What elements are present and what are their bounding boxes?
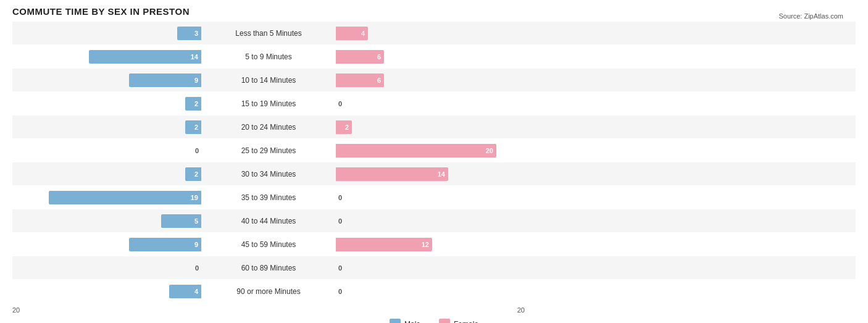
left-section: 19	[12, 191, 204, 204]
male-value: 0	[186, 264, 199, 272]
chart-row: 4 90 or more Minutes 0	[12, 280, 856, 303]
right-section: 0	[333, 191, 525, 204]
chart-row: 9 45 to 59 Minutes 12	[12, 233, 856, 256]
female-bar-wrap: 12	[336, 238, 515, 251]
female-value: 0	[338, 288, 351, 295]
female-value: 0	[338, 194, 351, 201]
male-bar: 3	[177, 27, 201, 40]
left-section: 9	[12, 238, 204, 251]
row-label: 60 to 89 Minutes	[204, 264, 333, 272]
right-section: 0	[333, 97, 525, 111]
male-bar-wrap: 9	[22, 73, 201, 87]
female-bar: 14	[336, 167, 448, 181]
left-section: 2	[12, 97, 204, 111]
female-bar-label: 6	[374, 53, 384, 61]
female-bar-wrap: 0	[336, 285, 515, 298]
female-bar: 12	[336, 238, 432, 251]
chart-row: 14 5 to 9 Minutes 6	[12, 45, 856, 68]
legend: Male Female	[178, 319, 690, 323]
right-section: 0	[333, 285, 525, 298]
source-label: Source: ZipAtlas.com	[778, 12, 843, 20]
right-section: 6	[333, 50, 525, 64]
male-bar: 2	[185, 167, 201, 181]
female-bar: 6	[336, 73, 384, 87]
row-label: 45 to 59 Minutes	[204, 240, 333, 249]
row-label: 10 to 14 Minutes	[204, 76, 333, 85]
chart-row: 0 60 to 89 Minutes 0	[12, 256, 856, 279]
male-bar-label: 9	[191, 77, 201, 84]
row-label: 20 to 24 Minutes	[204, 123, 333, 132]
female-bar-wrap: 4	[336, 27, 515, 40]
left-section: 2	[12, 167, 204, 181]
female-color-box	[439, 319, 450, 323]
male-bar-wrap: 0	[22, 261, 201, 275]
female-bar-label: 14	[435, 170, 448, 178]
row-label: 40 to 44 Minutes	[204, 217, 333, 225]
left-section: 5	[12, 214, 204, 228]
female-bar: 6	[336, 50, 384, 64]
male-bar-label: 14	[188, 53, 201, 61]
male-bar-label: 4	[191, 288, 201, 295]
male-bar: 14	[89, 50, 201, 64]
row-label: 35 to 39 Minutes	[204, 193, 333, 202]
left-section: 0	[12, 261, 204, 275]
male-bar-label: 19	[188, 194, 201, 201]
female-value: 0	[338, 100, 351, 107]
female-bar-wrap: 6	[336, 50, 515, 64]
female-bar-label: 2	[342, 124, 352, 131]
left-section: 4	[12, 285, 204, 298]
female-value: 0	[338, 264, 351, 272]
male-bar: 2	[185, 97, 201, 111]
male-bar-wrap: 3	[22, 27, 201, 40]
left-section: 3	[12, 27, 204, 40]
axis-bottom: 20 20	[12, 306, 856, 314]
chart-row: 2 15 to 19 Minutes 0	[12, 92, 856, 115]
axis-left-label: 20	[12, 306, 204, 314]
male-bar-wrap: 9	[22, 238, 201, 251]
left-section: 2	[12, 120, 204, 134]
male-bar-wrap: 14	[22, 50, 201, 64]
right-section: 2	[333, 120, 525, 134]
female-bar: 2	[336, 120, 352, 134]
male-bar-wrap: 5	[22, 214, 201, 228]
row-label: Less than 5 Minutes	[204, 29, 333, 38]
female-bar-wrap: 6	[336, 73, 515, 87]
male-bar-wrap: 4	[22, 285, 201, 298]
male-bar-label: 2	[191, 124, 201, 131]
left-section: 14	[12, 50, 204, 64]
chart-title: COMMUTE TIME BY SEX IN PRESTON	[12, 6, 856, 17]
chart-row: 3 Less than 5 Minutes 4	[12, 22, 856, 44]
male-bar-label: 2	[191, 100, 201, 107]
chart-row: 5 40 to 44 Minutes 0	[12, 209, 856, 232]
chart-row: 19 35 to 39 Minutes 0	[12, 186, 856, 209]
right-section: 20	[333, 144, 525, 157]
legend-female: Female	[439, 319, 478, 323]
female-bar: 20	[336, 144, 496, 157]
female-bar-label: 20	[483, 147, 496, 154]
male-bar-wrap: 19	[22, 191, 201, 204]
male-label: Male	[404, 320, 420, 323]
male-bar-label: 2	[191, 170, 201, 178]
right-section: 12	[333, 238, 525, 251]
row-label: 15 to 19 Minutes	[204, 99, 333, 108]
male-bar-wrap: 2	[22, 167, 201, 181]
row-label: 30 to 34 Minutes	[204, 170, 333, 178]
female-label: Female	[454, 320, 478, 323]
right-section: 0	[333, 214, 525, 228]
row-label: 25 to 29 Minutes	[204, 146, 333, 155]
female-value: 0	[338, 217, 351, 225]
male-bar-wrap: 2	[22, 97, 201, 111]
chart-row: 2 20 to 24 Minutes 2	[12, 115, 856, 138]
female-bar-wrap: 0	[336, 214, 515, 228]
female-bar-wrap: 0	[336, 97, 515, 111]
female-bar-wrap: 14	[336, 167, 515, 181]
right-section: 14	[333, 167, 525, 181]
chart-area: 3 Less than 5 Minutes 4 14 5	[12, 22, 856, 323]
male-bar-wrap: 2	[22, 120, 201, 134]
axis-right-label: 20	[333, 306, 525, 314]
female-bar-label: 4	[358, 30, 368, 37]
male-bar-label: 9	[191, 241, 201, 248]
female-bar-wrap: 2	[336, 120, 515, 134]
legend-male: Male	[390, 319, 420, 323]
right-section: 4	[333, 27, 525, 40]
